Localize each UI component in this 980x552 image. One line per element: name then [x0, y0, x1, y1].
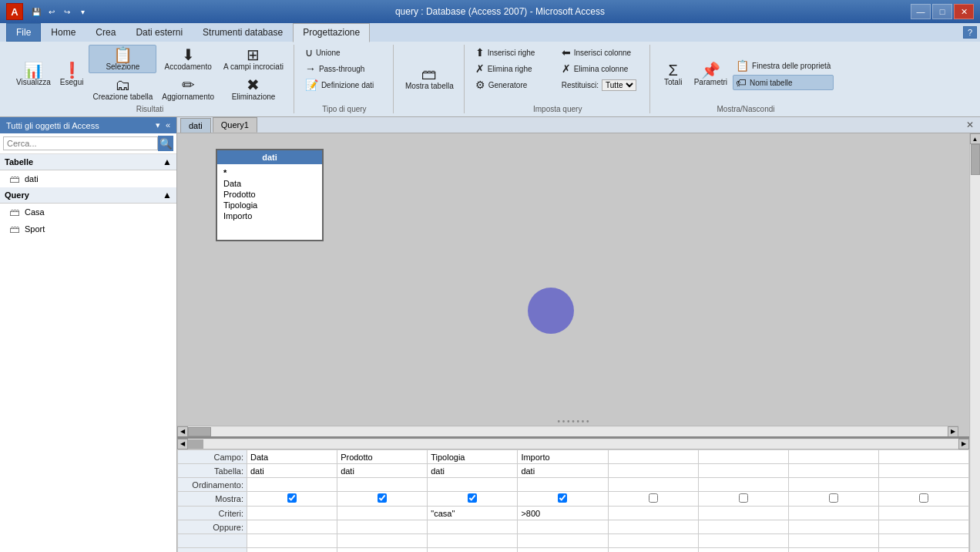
sidebar-close-icon[interactable]: «	[166, 120, 170, 130]
oppure-col1[interactable]	[247, 520, 337, 534]
campo-col7[interactable]	[788, 450, 878, 464]
passthrough-btn[interactable]: → Pass-through	[302, 61, 387, 76]
resize-handle[interactable]: • • • • • • •	[557, 417, 589, 426]
ord-col7[interactable]	[788, 478, 878, 492]
tab-query1[interactable]: Query1	[213, 117, 257, 133]
inserisci-righe-btn[interactable]: ⬆ Inserisci righe	[472, 45, 557, 60]
selezione-btn[interactable]: 📋 Selezione	[89, 45, 156, 73]
aggiornamento-btn[interactable]: ✏ Aggiornamento	[158, 75, 218, 103]
scroll-left-btn[interactable]: ◀	[177, 426, 188, 437]
mostra-tabella-btn[interactable]: 🗃 Mostra tabella	[401, 64, 458, 93]
mostra-col4[interactable]	[518, 492, 608, 507]
mostra-col6[interactable]	[698, 492, 788, 507]
inserisci-colonne-btn[interactable]: ⬅ Inserisci colonne	[559, 45, 643, 60]
criteri-col4[interactable]: >800	[518, 507, 608, 520]
mostra-check-2[interactable]	[378, 493, 387, 503]
scroll-up-btn[interactable]: ▲	[970, 133, 981, 144]
campo-col4[interactable]: Importo	[518, 450, 608, 464]
field-importo[interactable]: Importo	[220, 210, 319, 221]
tab-dati-esterni[interactable]: Dati esterni	[126, 23, 193, 42]
oppure-col6[interactable]	[698, 520, 788, 534]
tabelle-toggle[interactable]: ▲	[163, 157, 172, 167]
field-prodotto[interactable]: Prodotto	[220, 189, 319, 200]
tab-close-btn[interactable]: ✕	[963, 119, 977, 130]
sidebar-search-input[interactable]	[3, 136, 158, 150]
restituisci-select[interactable]: Tutte	[602, 79, 636, 91]
accodamento-btn[interactable]: ⬇ Accodamento	[158, 45, 218, 73]
save-quick-btn[interactable]: 💾	[29, 5, 43, 19]
tabella-col6[interactable]	[698, 464, 788, 478]
sidebar-search-button[interactable]: 🔍	[158, 136, 173, 151]
mostra-check-1[interactable]	[287, 493, 297, 503]
maximize-button[interactable]: □	[932, 4, 952, 19]
mostra-col1[interactable]	[247, 492, 337, 507]
campo-col2[interactable]: Prodotto	[337, 450, 428, 464]
mostra-check-3[interactable]	[468, 493, 477, 503]
mostra-col3[interactable]	[428, 492, 518, 507]
criteri-col2[interactable]	[337, 507, 428, 520]
query-toggle[interactable]: ▲	[163, 190, 172, 200]
mostra-col2[interactable]	[337, 492, 428, 507]
campo-col1[interactable]: Data	[247, 450, 337, 464]
tabella-col7[interactable]	[788, 464, 878, 478]
tab-progettazione[interactable]: Progettazione	[293, 23, 370, 42]
oppure-col7[interactable]	[788, 520, 878, 534]
generatore-btn[interactable]: ⚙ Generatore	[472, 77, 557, 93]
sidebar-item-dati[interactable]: 🗃 dati	[0, 170, 176, 187]
visualizza-btn[interactable]: 📊 Visualizza	[12, 60, 55, 89]
ord-col6[interactable]	[698, 478, 788, 492]
mostra-check-7[interactable]	[829, 493, 838, 503]
esegui-btn[interactable]: ❗ Esegui	[56, 60, 88, 89]
oppure-col2[interactable]	[337, 520, 428, 534]
criteri-col3[interactable]: "casa"	[428, 507, 518, 520]
tabella-col5[interactable]	[608, 464, 698, 478]
elimina-colonne-btn[interactable]: ✗ Elimina colonne	[559, 61, 643, 76]
tab-dati[interactable]: dati	[180, 118, 211, 133]
field-data[interactable]: Data	[220, 178, 319, 189]
oppure-col5[interactable]	[608, 520, 698, 534]
tab-strumenti-database[interactable]: Strumenti database	[193, 23, 293, 42]
campi-incrociati-btn[interactable]: ⊞ A campi incrociati	[220, 45, 287, 73]
ord-col2[interactable]	[337, 478, 428, 492]
ord-col5[interactable]	[608, 478, 698, 492]
ribbon-help-btn[interactable]: ?	[963, 26, 977, 39]
sidebar-expand-icon[interactable]: ▾	[156, 120, 160, 130]
mostra-check-5[interactable]	[649, 493, 658, 503]
redo-quick-btn[interactable]: ↪	[60, 5, 74, 19]
unione-btn[interactable]: ∪ Unione	[302, 45, 387, 60]
campo-col3[interactable]: Tipologia	[428, 450, 518, 464]
field-tipologia[interactable]: Tipologia	[220, 200, 319, 210]
tabella-col1[interactable]: dati	[247, 464, 337, 478]
creazione-tabella-btn[interactable]: 🗂 Creazione tabella	[89, 75, 156, 103]
v-scrollbar[interactable]: ▲ ▼	[969, 133, 980, 552]
restituisci-btn[interactable]: Restituisci: Tutte	[559, 77, 643, 93]
minimize-button[interactable]: —	[911, 4, 931, 19]
totali-btn[interactable]: Σ Totali	[658, 60, 689, 89]
tab-file[interactable]: File	[6, 23, 41, 42]
ord-col8[interactable]	[878, 478, 968, 492]
criteri-col5[interactable]	[608, 507, 698, 520]
tabella-col2[interactable]: dati	[337, 464, 428, 478]
mostra-check-8[interactable]	[919, 493, 928, 503]
elimina-righe-btn[interactable]: ✗ Elimina righe	[472, 61, 557, 76]
close-button[interactable]: ✕	[954, 4, 974, 19]
parametri-btn[interactable]: 📌 Parametri	[690, 60, 731, 89]
finestra-proprieta-btn[interactable]: 📋 Finestra delle proprietà	[733, 58, 834, 73]
campo-col5[interactable]	[608, 450, 698, 464]
quick-access-more-btn[interactable]: ▾	[76, 5, 89, 19]
criteri-col6[interactable]	[698, 507, 788, 520]
designer-h-scrollbar[interactable]: ◀ ▶	[177, 426, 958, 436]
eliminazione-btn[interactable]: ✖ Eliminazione	[220, 75, 287, 103]
oppure-col8[interactable]	[878, 520, 968, 534]
grid-scroll-left-btn[interactable]: ◀	[177, 439, 188, 449]
undo-quick-btn[interactable]: ↩	[45, 5, 59, 19]
mostra-check-4[interactable]	[558, 493, 567, 503]
criteri-col1[interactable]	[247, 507, 337, 520]
oppure-col3[interactable]	[428, 520, 518, 534]
definizione-dati-btn[interactable]: 📝 Definizione dati	[302, 77, 387, 93]
ord-col1[interactable]	[247, 478, 337, 492]
sidebar-item-casa[interactable]: 🗃 Casa	[0, 204, 176, 220]
campo-col8[interactable]	[878, 450, 968, 464]
ord-col4[interactable]	[518, 478, 608, 492]
mostra-col7[interactable]	[788, 492, 878, 507]
